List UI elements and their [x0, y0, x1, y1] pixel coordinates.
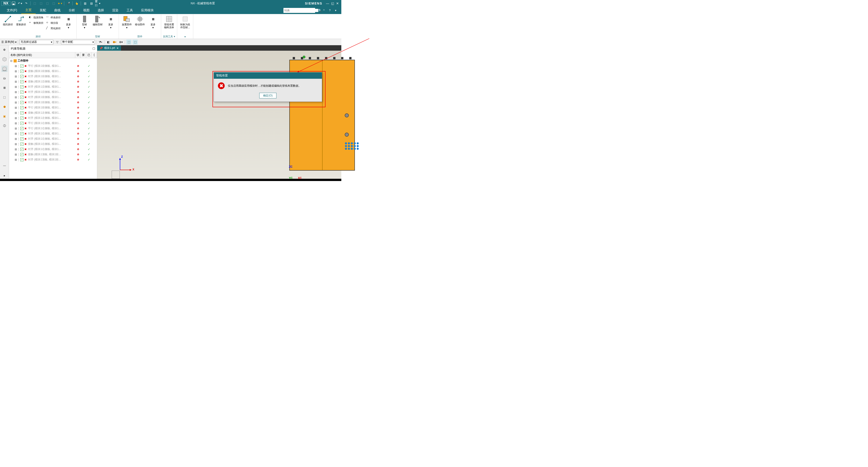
bom-button[interactable]: 管线布置物料清单	[163, 15, 175, 29]
filter-funnel-icon[interactable]: ⧩▾	[98, 39, 103, 45]
qat-icon[interactable]: ⬚	[38, 1, 43, 6]
constraint-row[interactable]: ⊞⋮✓✖对齐 (模块1前侧板, 模块1...⊘✓	[9, 74, 97, 79]
constraint-row[interactable]: ⊞⋮✓✖接触 (模块1左侧板, 模块1...⊘✓	[9, 110, 97, 115]
col-req[interactable]: 要	[81, 52, 86, 58]
mic-icon[interactable]: 🎤	[66, 1, 71, 6]
part-more-button[interactable]: ▦更多▾	[147, 15, 159, 30]
constraint-row[interactable]: ⊞⋮✓✖对齐 (模块1右侧板, 模块1...⊘✓	[9, 147, 97, 152]
chevron-icon[interactable]: ▸	[1, 172, 8, 179]
hamburger-menu-button[interactable]: ☰ 菜单(M) ▾	[1, 40, 17, 44]
layout2-icon[interactable]: ▤	[89, 1, 94, 6]
menu-render[interactable]: 渲染	[108, 7, 123, 14]
menu-app-module[interactable]: 应用模块	[137, 7, 158, 14]
layout1-icon[interactable]: ▥	[82, 1, 88, 6]
search-input[interactable]	[284, 9, 318, 12]
constraint-row[interactable]: ⊞⋮✓✖对齐 (模块1右侧板, 模块1...⊘✓	[9, 131, 97, 136]
col-done[interactable]: 已	[86, 52, 92, 58]
redo-icon[interactable]: ↷	[24, 1, 29, 6]
stock-more-button[interactable]: ▦更多▾	[105, 15, 117, 30]
chevron-down-icon[interactable]: ▾	[333, 7, 339, 13]
constraint-row[interactable]: ⊞⋮✓✖接触 (模块1后侧板, 模块1...⊘✓	[9, 79, 97, 84]
move-part-button[interactable]: 移动部件	[134, 15, 146, 27]
fullscreen-icon[interactable]: ⛶	[315, 7, 321, 13]
selection-filter-dropdown[interactable]: 无选择过滤器▾	[20, 40, 53, 45]
place-part-button[interactable]: 放置部件▾	[121, 15, 133, 30]
spline-path-button[interactable]: 〰样条路径	[45, 15, 61, 20]
qat-icon[interactable]: ⬚	[44, 1, 50, 6]
col-status[interactable]: 状	[75, 52, 81, 58]
edit-stock-button[interactable]: 编辑型材	[92, 15, 104, 27]
constraint-row[interactable]: ⊞⋮✓✖平行 (模块1前侧板, 模块1...⊘✓	[9, 63, 97, 68]
subdivide-button[interactable]: ⊹细分段	[45, 20, 61, 25]
col-name[interactable]: 名称 (按约束分组)	[9, 52, 75, 58]
pin-icon[interactable]: ▢	[92, 47, 95, 51]
command-search[interactable]: 🔍	[283, 8, 315, 13]
transform-path-button[interactable]: 变换路径	[15, 15, 27, 27]
nav-icon[interactable]: ▣	[1, 113, 8, 119]
constraint-row[interactable]: ⊞⋮✓✖对齐 (模块1顶板, 模块1前...⊘✓	[9, 157, 97, 162]
path-more-button[interactable]: ▦更多▾	[62, 15, 74, 30]
constraint-row[interactable]: ⊞⋮✓✖对齐 (模块1右侧板, 模块1...⊘✓	[9, 136, 97, 141]
constraint-row[interactable]: ⊞⋮✓✖对齐 (模块1前侧板, 模块1...⊘✓	[9, 94, 97, 100]
linear-path-button[interactable]: 线性路径	[2, 15, 14, 27]
constraint-row[interactable]: ⊞⋮✓✖接触 (模块1顶板, 模块1前...⊘✓	[9, 152, 97, 157]
minimize-button[interactable]: —	[325, 2, 330, 5]
sel-tool-icon[interactable]: ⊕▾	[119, 39, 123, 45]
assembly-tree-icon[interactable]: ⊞	[1, 85, 8, 91]
tree-root[interactable]: ⊟工作部件	[9, 58, 97, 63]
constraint-row[interactable]: ⊞⋮✓✖平行 (模块1右侧板, 模块1...⊘✓	[9, 126, 97, 131]
stock-button[interactable]: 型材▾	[79, 15, 91, 30]
close-tab-icon[interactable]: ✕	[116, 47, 119, 50]
touch-icon[interactable]: 👆	[74, 1, 79, 6]
col-extra[interactable]: {	[92, 52, 97, 58]
undo-icon[interactable]: ↶ ▾	[17, 1, 23, 6]
sel-tool-icon[interactable]: ◧	[106, 39, 111, 45]
scope-dropdown[interactable]: 整个装配▾	[61, 40, 95, 45]
menu-file[interactable]: 文件(F)	[3, 7, 21, 14]
canvas[interactable]: 管线布置 ✖ 仅当启用高级应用模块时，才能创建或编辑此管线布置数据。 确定(O)…	[97, 51, 341, 179]
qat-icon[interactable]: ⬚	[32, 1, 37, 6]
constraint-row[interactable]: ⊞⋮✓✖接触 (模块1右侧板, 模块1...⊘✓	[9, 141, 97, 147]
reuse-library-icon[interactable]: 🗂	[1, 75, 8, 82]
help-icon[interactable]: ?	[327, 7, 333, 13]
sel-tool-icon[interactable]: ⬚	[133, 39, 138, 45]
menu-view[interactable]: 视图	[79, 7, 94, 14]
constraint-row[interactable]: ⊞⋮✓✖平行 (模块1右侧板, 模块1...⊘✓	[9, 121, 97, 126]
graphics-viewport[interactable]: 📌 模块1.prt ✕	[97, 45, 341, 179]
dialog-title[interactable]: 管线布置	[214, 72, 322, 79]
menu-home[interactable]: 主页	[21, 7, 36, 14]
hole-feature[interactable]	[345, 133, 349, 137]
constraint-row[interactable]: ⊞⋮✓✖平行 (模块1前侧板, 模块1...⊘✓	[9, 105, 97, 110]
nav-icon[interactable]: ⬣	[1, 104, 8, 110]
part-navigator-icon[interactable]	[1, 56, 8, 62]
sel-tool-icon[interactable]: ⬚	[126, 39, 131, 45]
filter-icon[interactable]: ▽	[55, 39, 60, 45]
constraint-row[interactable]: ⊞⋮✓✖对齐 (模块1后侧板, 模块1...⊘✓	[9, 84, 97, 89]
window-menu[interactable]: 窗口 ▾	[95, 1, 100, 6]
constraint-row[interactable]: ⊞⋮✓✖接触 (模块1前侧板, 模块1...⊘✓	[9, 68, 97, 74]
convert-to-component-button[interactable]: 转换为组件型材...	[179, 15, 191, 29]
constraint-row[interactable]: ⊞⋮✓✖对齐 (模块1后侧板, 模块1...⊘✓	[9, 89, 97, 94]
qat-icon[interactable]: ⬚	[51, 1, 56, 6]
menu-tools[interactable]: 工具	[123, 7, 137, 14]
history-icon[interactable]: ⬚	[1, 94, 8, 100]
constraint-row[interactable]: ⊞⋮✓✖对齐 (模块1前侧板, 模块1...⊘✓	[9, 100, 97, 105]
simplify-path-button[interactable]: ╱简化路径	[45, 26, 61, 31]
maximize-button[interactable]: ◱	[330, 2, 335, 5]
chevron-up-icon[interactable]: ^	[321, 7, 327, 13]
navigator-body[interactable]: ⊟工作部件⊞⋮✓✖平行 (模块1前侧板, 模块1...⊘✓⊞⋮✓✖接触 (模块1…	[9, 58, 97, 179]
menu-assembly[interactable]: 装配	[36, 7, 50, 14]
collapse-icon[interactable]: 〰	[1, 163, 8, 169]
hole-feature[interactable]	[345, 113, 349, 117]
ok-button[interactable]: 确定(O)	[259, 93, 276, 98]
gear-icon[interactable]: ⚙	[1, 47, 8, 53]
constraint-row[interactable]: ⊞⋮✓✖对齐 (模块1左侧板, 模块1...⊘✓	[9, 115, 97, 121]
constraint-navigator-icon[interactable]	[1, 66, 8, 72]
repair-path-button[interactable]: ⚬修复路径	[28, 20, 44, 25]
finger-corner-button[interactable]: ◐指派拐角	[28, 15, 44, 20]
menu-analysis[interactable]: 分析	[65, 7, 79, 14]
document-tab[interactable]: 📌 模块1.prt ✕	[97, 46, 121, 51]
star-icon[interactable]: ★ ▾	[57, 1, 63, 6]
menu-curve[interactable]: 曲线	[50, 7, 65, 14]
close-button[interactable]: ✕	[335, 2, 340, 5]
